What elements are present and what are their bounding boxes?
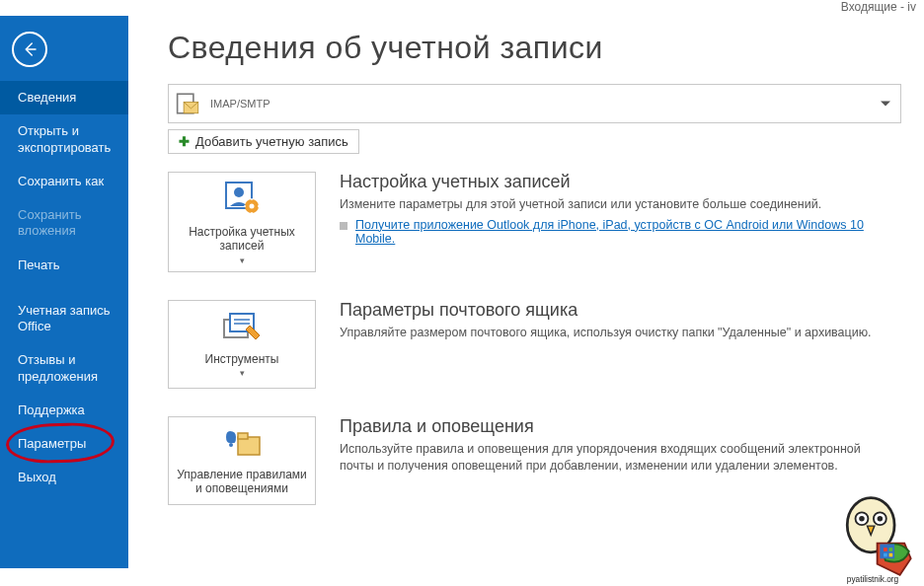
svg-text:pyatilistnik.org: pyatilistnik.org	[847, 575, 899, 584]
svg-point-20	[859, 516, 865, 522]
svg-point-5	[250, 204, 255, 209]
section-desc: Управляйте размером почтового ящика, исп…	[340, 325, 892, 342]
backstage-sidebar: Сведения Открыть и экспортировать Сохран…	[0, 16, 128, 568]
nav-exit[interactable]: Выход	[0, 461, 128, 494]
svg-point-21	[878, 516, 884, 522]
watermark-logo: pyatilistnik.org	[827, 493, 918, 580]
tile-rules-alerts[interactable]: Управление правилами и оповещениями	[168, 416, 316, 505]
svg-rect-15	[238, 433, 248, 439]
back-button[interactable]	[12, 32, 47, 67]
account-type: IMAP/SMTP	[210, 98, 270, 110]
window-title: Входящие - iv	[841, 0, 916, 14]
nav-options[interactable]: Параметры	[0, 427, 128, 461]
nav-open-export[interactable]: Открыть и экспортировать	[0, 114, 128, 165]
section-title: Настройка учетных записей	[340, 172, 892, 192]
svg-point-3	[234, 187, 244, 197]
add-account-button[interactable]: ✚ Добавить учетную запись	[168, 129, 359, 154]
rules-alerts-icon	[220, 427, 264, 462]
section-desc: Используйте правила и оповещения для упо…	[340, 441, 892, 476]
section-title: Параметры почтового ящика	[340, 300, 892, 321]
section-title: Правила и оповещения	[340, 416, 892, 437]
tools-icon	[220, 312, 264, 346]
tile-tools[interactable]: Инструменты ▾	[168, 300, 316, 389]
mobile-apps-link[interactable]: Получите приложение Outlook для iPhone, …	[355, 218, 892, 246]
bullet-icon	[340, 222, 347, 230]
svg-rect-24	[884, 548, 887, 551]
chevron-down-icon: ▾	[240, 368, 245, 378]
chevron-down-icon	[881, 102, 890, 107]
nav-save-attachments: Сохранить вложения	[0, 198, 128, 249]
section-desc: Измените параметры для этой учетной запи…	[340, 196, 892, 214]
nav-support[interactable]: Поддержка	[0, 394, 128, 427]
nav-print[interactable]: Печать	[0, 249, 128, 282]
page-heading: Сведения об учетной записи	[168, 30, 908, 66]
tile-label: Управление правилами и оповещениями	[175, 468, 309, 496]
svg-point-16	[229, 443, 233, 447]
tile-label: Настройка учетных записей	[175, 225, 309, 254]
nav-info[interactable]: Сведения	[0, 81, 128, 114]
svg-rect-26	[884, 553, 887, 557]
arrow-left-icon	[21, 40, 38, 58]
nav-save-as[interactable]: Сохранить как	[0, 165, 128, 198]
section-mailbox-tools: Инструменты ▾ Параметры почтового ящика …	[168, 300, 908, 389]
account-selector[interactable]: IMAP/SMTP	[168, 84, 901, 123]
tile-account-settings[interactable]: Настройка учетных записей ▾	[168, 172, 316, 272]
user-settings-icon	[220, 181, 264, 219]
nav-feedback[interactable]: Отзывы и предложения	[0, 343, 128, 394]
add-account-label: Добавить учетную запись	[195, 134, 348, 149]
tile-label: Инструменты	[205, 352, 279, 366]
nav-office-account[interactable]: Учетная запись Office	[0, 294, 128, 344]
chevron-down-icon: ▾	[240, 256, 245, 265]
account-icon	[175, 90, 202, 117]
section-account-settings: Настройка учетных записей ▾ Настройка уч…	[168, 172, 908, 272]
main-content: Сведения об учетной записи IMAP/SMTP ✚ Д…	[168, 30, 908, 533]
svg-rect-27	[889, 553, 893, 557]
svg-rect-25	[889, 548, 893, 551]
plus-icon: ✚	[179, 134, 190, 149]
section-rules-alerts: Управление правилами и оповещениями Прав…	[168, 416, 908, 505]
